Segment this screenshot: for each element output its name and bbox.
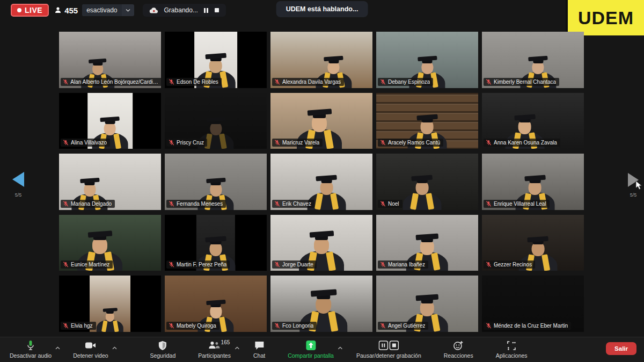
participant-tile[interactable]: Gezzer Recinos [482,215,584,271]
muted-mic-icon [274,79,280,85]
stole [101,320,107,332]
graduation-cap-icon [309,230,334,237]
chevron-down-icon[interactable] [122,5,134,15]
graduation-cap-icon [524,175,546,182]
participant-tile[interactable]: Alexandra Davila Vargas [270,32,372,88]
toolbar-item-label: Participantes [198,352,231,359]
top-bar: LIVE 455 esactivado Grabando... [0,0,644,30]
participant-tile[interactable]: Alan Alberto León Bojórquez/Cardiolo... [59,32,161,88]
toolbar: Desactivar audio Detener video Seguridad… [0,337,644,362]
muted-mic-icon [486,201,492,207]
muted-mic-icon [380,79,386,85]
participant-name: Enrique Villarreal Leal [494,201,546,207]
chevron-up-icon[interactable] [338,342,342,352]
toolbar-item-label: Aplicaciones [496,352,528,359]
participant-name: Noel [388,201,399,207]
participant-count-value: 455 [64,6,78,15]
participant-tile[interactable]: Erik Chavez [270,154,372,210]
graduation-cap-icon [528,236,549,242]
audio-status-dropdown[interactable]: esactivado [82,4,134,16]
stole [431,314,441,332]
participant-tile[interactable]: Aracely Ramos Cantú [376,93,478,149]
muted-mic-icon [274,140,280,146]
participant-name-label: Alina Villalvazo [61,139,110,147]
muted-mic-icon [380,323,386,329]
graduation-cap-icon [310,289,336,296]
pause-recording-icon[interactable] [203,8,209,13]
toolbar-mute-audio-button[interactable]: Desactivar audio [9,339,58,359]
participant-tile[interactable]: Priscy Cruz [165,93,267,149]
participant-name-label: Maricruz Varela [272,139,323,147]
graduation-cap-icon [528,56,547,62]
participant-tile[interactable]: Kimberly Bernal Chantaca [482,32,584,88]
muted-mic-icon [486,323,492,329]
participant-name: Martin F. Perez Peña [177,262,226,267]
recording-label: Grabando... [164,6,198,14]
participants-count-badge: 165 [221,339,230,345]
toolbar-item-label: Desactivar audio [10,352,52,359]
toolbar-security-button[interactable]: Seguridad [149,339,182,359]
toolbar-pause-stop-recording-button[interactable]: Pausar/detener grabación [355,339,428,359]
arrow-left-icon[interactable] [12,172,24,187]
participant-tile[interactable]: Fco Longoria [270,276,372,332]
participant-tile[interactable]: Debany Espinoza [376,32,478,88]
chevron-up-icon[interactable] [112,346,117,350]
participant-tile[interactable]: Jorge Duarte [270,215,372,271]
stole [314,193,323,210]
toolbar-apps-button[interactable]: Aplicaciones [495,339,534,359]
participant-tile[interactable]: Edson De Robles [165,32,267,88]
page-indicator-left: 5/5 [8,192,29,198]
chevron-up-icon[interactable] [55,342,60,352]
participant-name: Marbely Quiroga [177,323,216,329]
muted-mic-icon [486,262,492,267]
participant-name: Debany Espinoza [388,79,430,85]
leave-button[interactable]: Salir [606,342,636,355]
participant-name-label: Anna Karen Osuna Zavala [484,139,560,147]
participant-name: Alan Alberto León Bojórquez/Cardiolo... [70,79,158,85]
participant-tile[interactable]: Marbely Quiroga [165,276,267,332]
participant-tile[interactable]: Anna Karen Osuna Zavala [482,93,584,149]
participant-tile[interactable]: Mariana Delgado [59,154,161,210]
toolbar-reactions-button[interactable]: Reacciones [443,339,480,359]
participant-count[interactable]: 455 [54,6,78,15]
participant-name: Alexandra Davila Vargas [282,79,341,85]
participant-tile[interactable]: Mariana Ibañez [376,215,478,271]
chevron-up-icon[interactable] [235,342,239,352]
stole [431,253,441,271]
toolbar-participants-button[interactable]: 165 Participantes [197,339,237,359]
participant-tile[interactable]: Ángel Gutiérrez [376,276,478,332]
participant-tile[interactable]: Alina Villalvazo [59,93,161,149]
toolbar-stop-video-button[interactable]: Detener video [72,339,114,359]
muted-mic-icon [274,201,280,207]
participant-tile[interactable]: Méndez de la Cruz Eber Martin [482,276,584,332]
graduation-cap-icon [103,308,117,312]
recording-indicator: Grabando... [143,4,226,17]
toolbar-left-group: Desactivar audio Detener video [9,339,115,359]
participant-name-label: Jorge Duarte [272,260,317,269]
toolbar-share-screen-button[interactable]: Compartir pantalla [287,339,340,359]
participant-tile[interactable]: Martin F. Perez Peña [165,215,267,271]
participant-tile[interactable]: Fernanda Meneses [165,154,267,210]
participant-tile[interactable]: Maricruz Varela [270,93,372,149]
participant-tile[interactable]: Elvia hgz [59,276,161,332]
participant-tile[interactable]: Enrique Villarreal Leal [482,154,584,210]
participant-name-label: Alan Alberto León Bojórquez/Cardiolo... [61,78,161,86]
participant-tile[interactable]: Eunice Martínez [59,215,161,271]
chevron-up-icon[interactable] [235,346,239,350]
speaking-toast: UDEM está hablando... [276,1,368,17]
chevron-up-icon[interactable] [112,342,117,352]
participant-name: Fernanda Meneses [177,201,223,207]
toolbar-center-group: Seguridad 165 Participantes Chat Compart… [149,339,533,359]
participant-name-label: Noel [378,200,402,208]
participant-tile[interactable]: Noel [376,154,478,210]
participant-name: Edson De Robles [177,79,218,85]
toolbar-chat-button[interactable]: Chat [252,339,272,359]
stop-recording-icon[interactable] [214,8,219,13]
participant-name-label: Fernanda Meneses [166,200,226,208]
participant-name: Anna Karen Osuna Zavala [494,140,557,146]
participant-name-label: Priscy Cruz [166,139,207,147]
chevron-up-icon[interactable] [55,346,60,350]
chevron-up-icon[interactable] [338,346,342,350]
muted-mic-icon [274,323,280,329]
graduation-cap-icon [416,233,439,240]
